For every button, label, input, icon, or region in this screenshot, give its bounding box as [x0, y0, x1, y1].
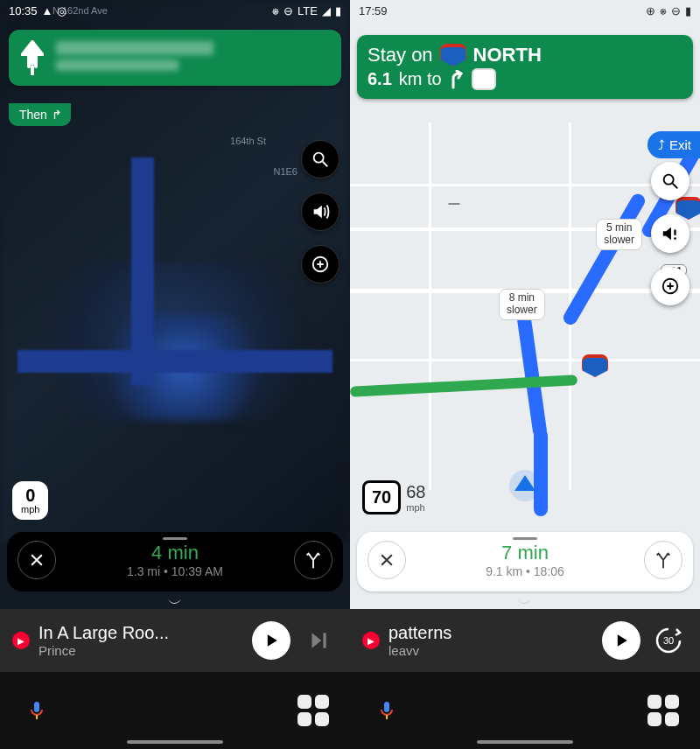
direction-blurred [56, 41, 214, 55]
us-route-shield-icon [472, 68, 496, 90]
speaker-alert-icon [661, 224, 680, 243]
speed-value: 0 [21, 486, 39, 504]
trip-panel[interactable]: 4 min 1.3 mi • 10:39 AM [7, 532, 343, 592]
steering-icon: ◎ [57, 4, 66, 18]
speed-unit: mph [21, 504, 39, 514]
svg-rect-6 [34, 702, 39, 712]
phone-left: N 162nd Ave 164th St N1E6 10:35 ▲ ◎ ⎈ ⊖ … [0, 0, 350, 749]
play-icon [612, 632, 630, 649]
close-icon [28, 551, 46, 569]
nav-arrow-icon: ▲ [42, 4, 53, 18]
svg-point-8 [664, 175, 674, 185]
distance-unit: km to [399, 69, 442, 89]
apps-grid-icon [298, 695, 329, 726]
alt-route-pill[interactable]: 5 min slower [596, 219, 642, 250]
media-artist: Prince [38, 643, 243, 658]
audio-button[interactable] [301, 192, 340, 231]
street-label: N1E6 [273, 166, 298, 177]
message-plus-icon [661, 276, 680, 296]
media-bar[interactable]: ︶ ▶ patterns leavv 30 [350, 609, 700, 672]
play-button[interactable] [602, 621, 640, 660]
exit-button[interactable]: ⤴ Exit [648, 131, 700, 158]
report-button[interactable] [651, 267, 690, 305]
skip-ahead-button[interactable]: 30 [649, 621, 688, 660]
audio-alert-button[interactable] [651, 214, 690, 253]
gesture-bar[interactable] [477, 740, 573, 744]
signal-icon: ◢ [322, 4, 331, 18]
play-button[interactable] [252, 621, 290, 660]
speaker-icon [311, 202, 330, 221]
apps-button[interactable] [644, 691, 682, 730]
system-nav-bar [350, 672, 700, 749]
media-title: patterns [388, 623, 593, 643]
alt-route-pill[interactable]: 8 min slower [499, 289, 545, 320]
search-button[interactable] [301, 140, 340, 178]
phone-right: 411 17:59 ⊕ ⎈ ⊖ ▮ Stay on NORTH [350, 0, 700, 749]
svg-rect-5 [323, 633, 326, 648]
chevron-up-icon[interactable]: ︶ [518, 595, 532, 613]
drag-handle-icon[interactable] [163, 537, 187, 540]
svg-line-9 [673, 184, 678, 189]
system-nav-bar [0, 672, 350, 749]
alt-routes-icon [654, 550, 673, 570]
mic-icon [26, 700, 47, 721]
youtube-music-icon: ▶ [362, 632, 380, 649]
direction-card[interactable]: Stay on NORTH 6.1 km to [357, 35, 693, 99]
voice-button[interactable] [18, 691, 56, 730]
message-plus-icon [311, 255, 330, 274]
location-pin-icon: ⎈ [272, 4, 279, 18]
dnd-icon: ⊖ [284, 4, 293, 18]
current-location-icon [514, 475, 536, 491]
battery-icon: ▮ [685, 4, 691, 18]
svg-point-0 [31, 68, 34, 72]
speed-unit: mph [406, 502, 425, 513]
trip-panel[interactable]: 7 min 9.1 km • 18:06 [357, 532, 693, 592]
eta-text: 7 min [406, 542, 644, 564]
speed-limit: 70 [362, 480, 401, 514]
apps-grid-icon [648, 695, 679, 726]
drag-handle-icon[interactable] [513, 537, 537, 540]
exit-label: Exit [669, 137, 691, 152]
next-button[interactable] [299, 621, 338, 660]
status-time: 10:35 [9, 4, 38, 18]
speed-current: 68 [406, 482, 425, 502]
apps-button[interactable] [294, 691, 332, 730]
map-controls [301, 140, 340, 284]
next-icon [307, 629, 330, 652]
close-icon [378, 551, 396, 569]
report-button[interactable] [301, 245, 340, 284]
voice-button[interactable] [368, 691, 406, 730]
then-step[interactable]: Then ↱ [9, 103, 71, 126]
us-route-shield-icon [448, 203, 460, 205]
play-icon [262, 632, 280, 649]
battery-icon: ▮ [335, 4, 341, 18]
network-label: LTE [298, 4, 318, 18]
bear-right-icon [449, 70, 465, 89]
search-icon [311, 150, 330, 169]
interstate-shield-icon [440, 44, 466, 66]
add-icon: ⊕ [646, 4, 655, 18]
direction-prefix: Stay on [368, 44, 433, 66]
alt-routes-icon [304, 550, 323, 570]
search-icon [661, 172, 680, 191]
close-button[interactable] [368, 541, 406, 579]
skip-seconds: 30 [663, 635, 674, 646]
status-bar: 10:35 ▲ ◎ ⎈ ⊖ LTE ◢ ▮ [0, 0, 350, 21]
mic-icon [376, 700, 397, 721]
chevron-up-icon[interactable]: ︶ [168, 595, 182, 613]
status-bar: 17:59 ⊕ ⎈ ⊖ ▮ [350, 0, 700, 21]
trip-subtext: 9.1 km • 18:06 [406, 564, 644, 578]
speed-indicator: 70 68 mph [362, 480, 426, 514]
exit-icon: ⤴ [658, 137, 665, 152]
gesture-bar[interactable] [127, 740, 223, 744]
routes-button[interactable] [294, 541, 332, 579]
search-button[interactable] [651, 162, 690, 200]
routes-button[interactable] [644, 541, 682, 579]
media-bar[interactable]: ︶ ▶ In A Large Roo... Prince [0, 609, 350, 672]
youtube-music-icon: ▶ [12, 632, 30, 649]
media-title: In A Large Roo... [38, 623, 243, 643]
status-time: 17:59 [359, 4, 388, 18]
direction-card[interactable] [9, 30, 341, 86]
svg-point-2 [314, 153, 324, 163]
close-button[interactable] [18, 541, 56, 579]
